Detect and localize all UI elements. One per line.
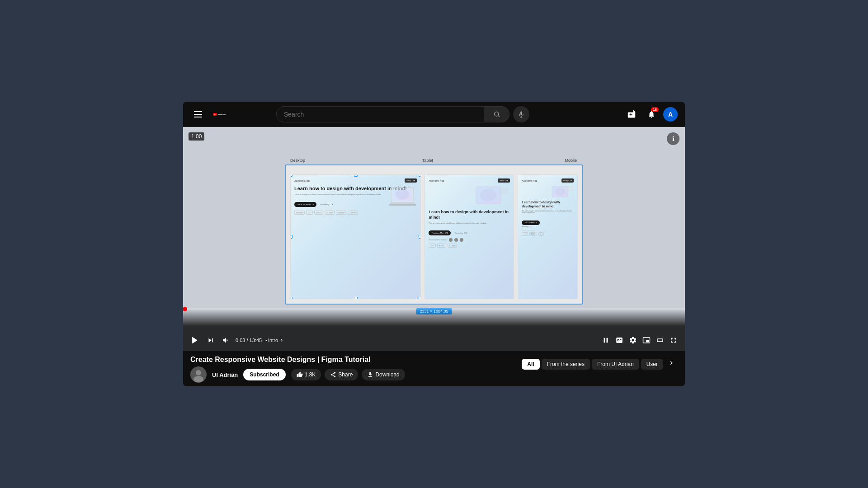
search-input-wrapper: [276, 106, 484, 122]
mobile-label: Mobile: [565, 158, 577, 163]
cc-button[interactable]: [613, 334, 625, 346]
tablet-label: Tablet: [422, 158, 433, 163]
tablet-cta-btn: This is our Main CTA: [429, 230, 451, 235]
user-avatar-button[interactable]: A: [663, 107, 678, 122]
mobile-body: This is a dummy text used to add additio…: [522, 210, 574, 214]
mobile-logos: ○○○ BOGO b—: [522, 232, 574, 236]
youtube-logo[interactable]: Premium TM: [213, 110, 226, 119]
svg-marker-10: [389, 202, 416, 204]
volume-button[interactable]: [220, 334, 232, 346]
desktop-frame-inner: Awesome App Sticky CTA Learn how to desi…: [291, 175, 420, 299]
desktop-nav: Awesome App Sticky CTA: [294, 178, 417, 183]
svg-rect-18: [501, 189, 507, 193]
tablet-logos: ○○○ BOGO b—type: [429, 244, 510, 248]
header-actions: 18 A: [623, 106, 678, 122]
video-bottom: Create Responsive Website Designs | Figm…: [183, 351, 685, 386]
tablet-logo: Awesome App: [429, 179, 444, 182]
tablet-sticky-cta: Sticky CTA: [498, 178, 510, 183]
share-button[interactable]: Share: [325, 369, 358, 380]
channel-row: UI Adrian Subscribed 1.8K Share: [190, 366, 405, 383]
youtube-window: Premium TM: [183, 102, 685, 386]
tablet-nav: Awesome App Sticky CTA: [429, 178, 510, 183]
tab-from-series[interactable]: From the series: [542, 359, 590, 370]
video-container[interactable]: Desktop Awesome App Sticky CTA Learn how…: [183, 127, 685, 351]
tablet-headline: Learn how to design with development in …: [429, 210, 510, 220]
create-button[interactable]: [623, 106, 640, 122]
svg-point-16: [480, 189, 496, 202]
desktop-cta-btn: This is our Main CTA: [294, 202, 316, 207]
svg-point-4: [494, 112, 498, 116]
desktop-secondary-cta: Secondary CTA: [321, 203, 333, 206]
timestamp-badge: 1:00: [189, 132, 204, 141]
mobile-frame-inner: Awesome App Sticky CTA: [518, 175, 577, 299]
mobile-logo: Awesome App: [522, 179, 537, 182]
notification-badge: 18: [651, 107, 659, 112]
tablet-frame: Awesome App Sticky CTA: [425, 174, 514, 299]
svg-marker-22: [192, 337, 198, 344]
theater-button[interactable]: [654, 334, 666, 346]
hamburger-menu-button[interactable]: [190, 108, 206, 121]
channel-name: UI Adrian: [212, 371, 238, 378]
tab-user[interactable]: User: [641, 359, 663, 370]
settings-button[interactable]: [627, 334, 639, 346]
next-button[interactable]: [205, 334, 217, 346]
desktop-label: Desktop: [290, 158, 305, 163]
tablet-secondary-cta: Secondary CTA: [455, 232, 467, 234]
mobile-headline: Learn how to design with development in …: [522, 200, 574, 208]
controls-bar: 0:03 / 13:45 • Intro: [183, 310, 685, 351]
search-input[interactable]: [284, 111, 476, 118]
mobile-cta-btn: This is our Main CTA: [522, 221, 540, 225]
svg-line-5: [498, 116, 500, 117]
svg-point-13: [396, 189, 409, 200]
fullscreen-button[interactable]: [668, 334, 679, 346]
video-content: Desktop Awesome App Sticky CTA Learn how…: [183, 127, 685, 351]
play-button[interactable]: [189, 334, 201, 347]
mobile-frame: Awesome App Sticky CTA: [518, 174, 578, 299]
time-display: 0:03 / 13:45: [236, 338, 262, 343]
desktop-logo: Awesome App: [294, 179, 310, 182]
mobile-sticky-cta: Sticky CTA: [561, 178, 574, 183]
tab-all[interactable]: All: [522, 359, 539, 370]
svg-rect-21: [568, 187, 573, 190]
info-button[interactable]: ℹ: [667, 132, 679, 145]
svg-point-20: [555, 188, 566, 196]
search-button[interactable]: [484, 106, 509, 122]
tabs-row: All From the series From UI Adrian User: [522, 357, 678, 371]
tablet-frame-inner: Awesome App Sticky CTA: [425, 175, 514, 299]
mobile-secondary-cta: Secondary CTA: [522, 226, 574, 228]
header: Premium TM: [183, 102, 685, 127]
controls-row: 0:03 / 13:45 • Intro: [189, 334, 679, 347]
search-container: [276, 106, 529, 122]
video-title: Create Responsive Website Designs | Figm…: [190, 356, 405, 364]
mic-button[interactable]: [513, 106, 529, 122]
svg-rect-11: [389, 204, 416, 206]
pause-icon-button[interactable]: [600, 334, 612, 346]
desktop-frame: Awesome App Sticky CTA Learn how to desi…: [290, 174, 421, 299]
miniplayer-button[interactable]: [641, 334, 652, 346]
desktop-logos: logotype ○○○ BOGO b—type logotype ○ ipsu…: [294, 211, 417, 215]
channel-avatar[interactable]: [190, 366, 207, 383]
tab-from-creator[interactable]: From UI Adrian: [592, 359, 639, 370]
chapter-badge: • Intro: [265, 338, 284, 343]
action-buttons: 1.8K Share Download: [291, 369, 405, 380]
notifications-button[interactable]: 18: [643, 106, 660, 122]
svg-text:Premium: Premium: [218, 113, 226, 115]
svg-point-25: [193, 376, 203, 382]
tablet-body: This is a dummy text used to add additio…: [429, 222, 510, 225]
download-button[interactable]: Download: [362, 369, 405, 380]
controls-right: [600, 334, 679, 346]
design-canvas: Desktop Awesome App Sticky CTA Learn how…: [285, 164, 583, 305]
desktop-sticky-cta: Sticky CTA: [405, 178, 417, 183]
svg-point-24: [196, 370, 201, 375]
subscribe-button[interactable]: Subscribed: [243, 369, 285, 380]
tabs-next-button[interactable]: [665, 357, 678, 371]
mobile-nav: Awesome App Sticky CTA: [522, 178, 574, 183]
like-button[interactable]: 1.8K: [291, 369, 321, 380]
